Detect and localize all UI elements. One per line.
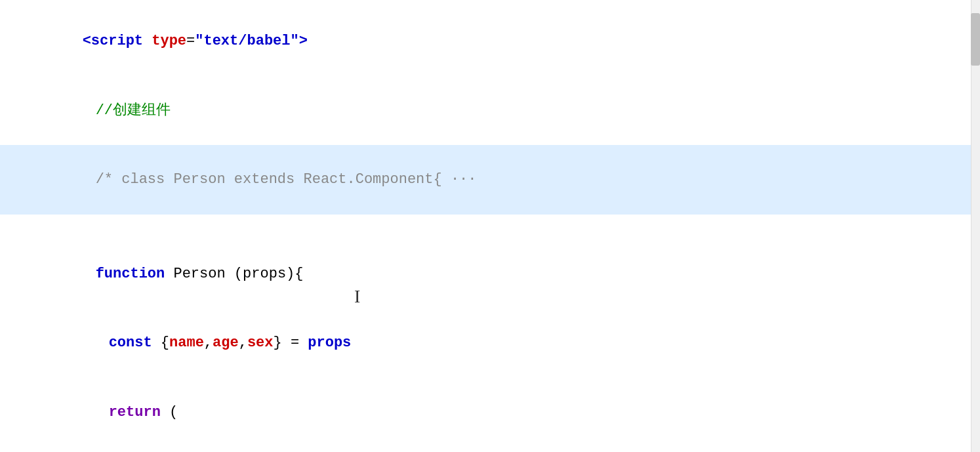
scrollbar-thumb[interactable] [971,13,980,66]
code-line-8: <ul> [0,447,980,452]
code-line-3: /* class Person extends React.Component{… [0,145,980,215]
code-line-2: //创建组件 [0,76,980,146]
code-line-7: return ( [0,378,980,447]
code-line-4 [0,215,980,239]
code-content: <script type="text/babel"> //创建组件 /* cla… [0,0,980,452]
scrollbar[interactable] [971,0,980,452]
code-line-1: <script type="text/babel"> [0,7,980,76]
code-line-6: const {name,age,sex} = props [0,308,980,378]
code-editor[interactable]: <script type="text/babel"> //创建组件 /* cla… [0,0,980,452]
code-line-5: function Person (props){ [0,239,980,309]
